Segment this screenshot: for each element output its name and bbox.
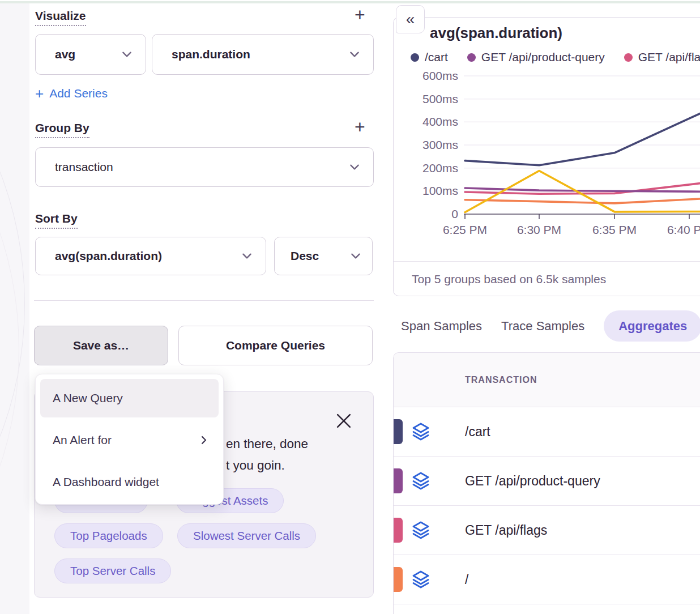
collapse-panel-button[interactable]: «	[396, 5, 425, 33]
compare-queries-button[interactable]: Compare Queries	[178, 326, 373, 365]
field-select[interactable]: span.duration	[152, 34, 374, 75]
chevron-down-icon	[241, 250, 253, 262]
chevron-right-icon	[198, 434, 210, 446]
transaction-cell: /	[465, 555, 468, 604]
y-axis-tick-label: 400ms	[422, 115, 458, 128]
table-row[interactable]: GET /api/product-query	[394, 457, 700, 506]
layers-icon	[411, 421, 431, 442]
menu-item-label: A New Query	[53, 391, 123, 405]
y-axis-tick-label: 200ms	[422, 161, 458, 174]
chevron-down-icon	[348, 48, 361, 61]
close-icon[interactable]	[336, 413, 351, 428]
y-axis-tick-label: 500ms	[422, 92, 458, 105]
aggregate-select[interactable]: avg	[35, 34, 146, 75]
add-group-by-button[interactable]: +	[355, 119, 365, 135]
top-border-line	[0, 1, 700, 3]
series-color-bar	[394, 518, 403, 543]
menu-item-label: An Alert for	[53, 433, 112, 447]
duration-line-chart[interactable]: 0100ms200ms300ms400ms500ms600ms6:25 PM6:…	[394, 57, 700, 244]
menu-item-label: A Dashboard widget	[53, 475, 159, 489]
layers-icon	[411, 569, 431, 590]
chart-line	[465, 112, 700, 165]
x-axis-tick-label: 6:40 PM	[667, 223, 700, 236]
card-text-line: en there, done	[226, 434, 308, 454]
table-row[interactable]: GET /api/flags	[394, 506, 700, 555]
transaction-cell: /cart	[465, 407, 490, 456]
table-header-row: TRANSACTION	[394, 353, 700, 407]
background-arc	[0, 3, 19, 614]
save-menu-item[interactable]: A Dashboard widget	[40, 463, 219, 501]
tab-aggregates[interactable]: Aggregates	[604, 310, 700, 342]
chart-line	[465, 199, 700, 203]
chart-title: avg(span.duration)	[430, 24, 562, 42]
group-by-heading: Group By	[35, 121, 89, 138]
series-color-bar	[394, 567, 403, 592]
plus-icon: +	[35, 85, 44, 102]
sort-direction-value: Desc	[291, 249, 319, 263]
group-by-value: transaction	[55, 160, 113, 174]
table-row[interactable]: /	[394, 555, 700, 604]
layers-icon	[411, 520, 431, 540]
field-value: span.duration	[172, 48, 250, 61]
save-as-button[interactable]: Save as…	[34, 326, 168, 365]
save-menu-item[interactable]: An Alert for	[40, 421, 219, 459]
group-by-select[interactable]: transaction	[35, 147, 374, 187]
left-rail	[0, 3, 29, 614]
save-menu-item[interactable]: A New Query	[40, 379, 219, 417]
y-axis-tick-label: 300ms	[422, 138, 458, 151]
suggested-query-pill[interactable]: Top Pageloads	[54, 523, 163, 548]
sort-by-heading: Sort By	[35, 212, 78, 229]
tab-span-samples[interactable]: Span Samples	[401, 310, 482, 342]
sort-direction-select[interactable]: Desc	[274, 237, 373, 275]
chevron-down-icon	[121, 48, 133, 61]
chart-footer: Top 5 groups based on 6.5k samples	[394, 261, 700, 296]
aggregate-value: avg	[55, 48, 75, 61]
layers-icon	[411, 471, 431, 491]
transaction-column-header: TRANSACTION	[465, 375, 537, 385]
transaction-cell: GET /api/product-query	[465, 457, 600, 505]
x-axis-tick-label: 6:30 PM	[517, 223, 561, 236]
chart-panel: avg(span.duration) /cartGET /api/product…	[393, 17, 700, 296]
y-axis-tick-label: 100ms	[422, 184, 458, 197]
series-color-bar	[394, 419, 403, 444]
transactions-table: TRANSACTION /cartGET /api/product-queryG…	[393, 352, 700, 614]
sort-field-select[interactable]: avg(span.duration)	[35, 237, 266, 275]
section-divider	[34, 300, 374, 301]
tab-trace-samples[interactable]: Trace Samples	[501, 310, 584, 342]
samples-tab-bar: Span SamplesTrace SamplesAggregates	[401, 310, 700, 342]
table-row-partial	[394, 604, 700, 614]
add-visualize-button[interactable]: +	[355, 7, 365, 23]
x-axis-tick-label: 6:35 PM	[592, 223, 637, 236]
save-as-menu: A New QueryAn Alert forA Dashboard widge…	[35, 374, 224, 505]
card-text-line: t you goin.	[226, 455, 285, 476]
chevron-down-icon	[348, 161, 361, 173]
y-axis-tick-label: 0	[451, 207, 458, 220]
sort-field-value: avg(span.duration)	[55, 249, 162, 263]
y-axis-tick-label: 600ms	[422, 69, 458, 82]
chevron-down-icon	[349, 250, 362, 262]
table-row[interactable]: /cart	[394, 407, 700, 457]
transaction-cell: GET /api/flags	[465, 506, 547, 555]
x-axis-tick-label: 6:25 PM	[443, 223, 487, 236]
suggested-query-pill[interactable]: Top Server Calls	[54, 558, 171, 583]
add-series-button[interactable]: +Add Series	[35, 85, 108, 103]
series-color-bar	[394, 468, 403, 493]
suggested-query-pill[interactable]: Slowest Server Calls	[177, 523, 316, 548]
visualize-heading: Visualize	[35, 9, 86, 26]
